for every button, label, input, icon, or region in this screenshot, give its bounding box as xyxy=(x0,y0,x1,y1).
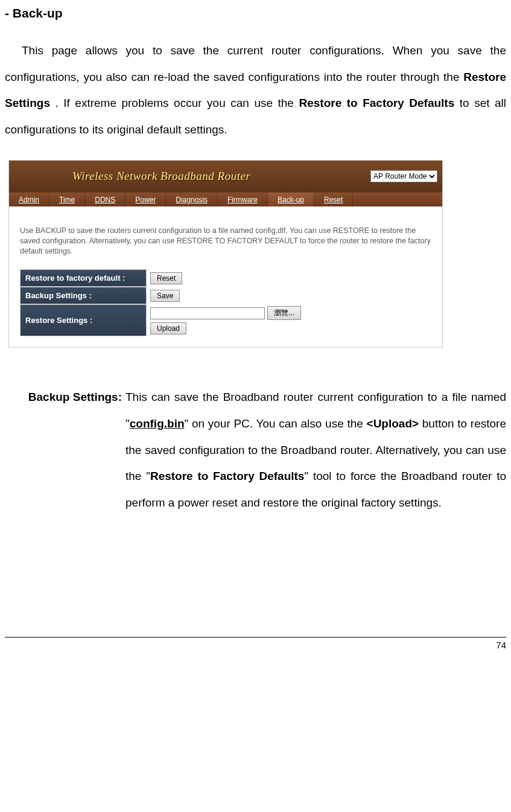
intro-paragraph: This page allows you to save the current… xyxy=(5,37,506,143)
label-backup-settings: Backup Settings : xyxy=(20,287,147,304)
def-restore: Restore to Factory Defaults xyxy=(150,470,305,482)
router-tabs: Admin Time DDNS Power Diagnosis Firmware… xyxy=(9,192,442,206)
definition-body: This can save the Broadband router curre… xyxy=(125,384,506,516)
tab-power[interactable]: Power xyxy=(125,193,166,206)
tab-time[interactable]: Time xyxy=(49,193,85,206)
router-screenshot: Wireless Network Broadband Router AP Rou… xyxy=(8,160,443,348)
def-upload: <Upload> xyxy=(367,417,419,430)
def-config-bin: config.bin xyxy=(130,417,185,430)
tab-backup[interactable]: Back-up xyxy=(268,193,314,206)
router-panel-body: Use BACKUP to save the routers current c… xyxy=(9,206,442,348)
router-help-text: Use BACKUP to save the routers current c… xyxy=(20,226,431,257)
row-backup-settings: Backup Settings : Save xyxy=(20,287,431,304)
intro-text-b: . If extreme problems occur you can use … xyxy=(55,97,299,109)
restore-file-input[interactable] xyxy=(150,307,265,319)
tab-diagnosis[interactable]: Diagnosis xyxy=(166,193,218,206)
tab-ddns[interactable]: DDNS xyxy=(85,193,125,206)
section-heading: - Back-up xyxy=(5,6,506,21)
definition-term: Backup Settings: xyxy=(5,384,125,516)
tab-firmware[interactable]: Firmware xyxy=(218,193,268,206)
def-text-2: " on your PC. You can also use the xyxy=(185,417,367,430)
router-banner: Wireless Network Broadband Router AP Rou… xyxy=(9,161,442,192)
save-button[interactable]: Save xyxy=(150,290,180,302)
intro-text-a: This page allows you to save the current… xyxy=(5,44,506,83)
label-restore-settings: Restore Settings : xyxy=(20,304,147,336)
page-footer: 74 xyxy=(5,637,506,650)
label-factory-default: Restore to factory default : xyxy=(20,269,147,287)
row-factory-default: Restore to factory default : Reset xyxy=(20,269,431,287)
row-restore-settings: Restore Settings : 瀏覽... Upload xyxy=(20,304,431,336)
page-number: 74 xyxy=(496,640,506,650)
tab-admin[interactable]: Admin xyxy=(9,193,49,206)
router-title: Wireless Network Broadband Router xyxy=(72,170,250,183)
intro-bold-factory-defaults: Restore to Factory Defaults xyxy=(299,97,454,109)
definition-block: Backup Settings: This can save the Broad… xyxy=(5,384,506,516)
browse-button[interactable]: 瀏覽... xyxy=(267,306,301,320)
tab-reset[interactable]: Reset xyxy=(314,193,353,206)
reset-button[interactable]: Reset xyxy=(150,272,182,284)
mode-select[interactable]: AP Router Mode xyxy=(370,170,437,182)
upload-button[interactable]: Upload xyxy=(150,322,186,334)
